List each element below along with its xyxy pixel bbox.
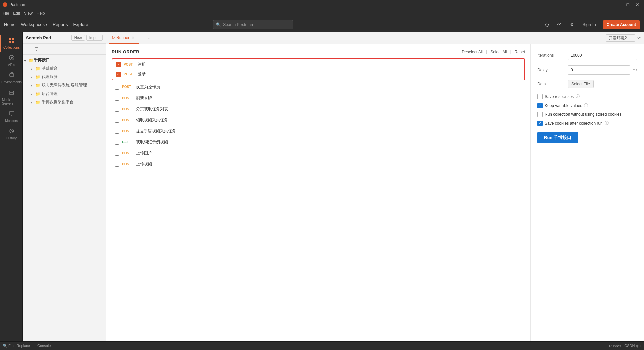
- tree-item-3[interactable]: › 📁 后台管理: [23, 90, 106, 98]
- run-without-cookies-checkbox[interactable]: [537, 112, 543, 117]
- checkbox-7[interactable]: [115, 129, 119, 134]
- nav-explore[interactable]: Explore: [73, 21, 88, 28]
- request-item-7[interactable]: POST 提交手语视频采集任务: [112, 126, 525, 136]
- tab-runner[interactable]: ▷ Runner ✕: [109, 32, 139, 44]
- tree-item-4[interactable]: › 📁 千博数据采集平台: [23, 98, 106, 106]
- env-eye-icon[interactable]: 👁: [637, 36, 641, 40]
- save-responses-checkbox[interactable]: [537, 94, 543, 99]
- checkbox-6[interactable]: [115, 118, 119, 123]
- nav-reports[interactable]: Reports: [53, 21, 68, 28]
- keep-variable-checkbox[interactable]: ✓: [537, 103, 543, 108]
- select-file-button[interactable]: Select File: [568, 80, 594, 88]
- menu-help[interactable]: Help: [37, 11, 45, 16]
- more-options-icon[interactable]: ···: [97, 46, 103, 52]
- svg-point-10: [13, 91, 14, 92]
- delay-label: Delay: [537, 68, 568, 72]
- iterations-input[interactable]: [568, 51, 637, 60]
- create-account-button[interactable]: Create Account: [603, 20, 640, 29]
- method-badge-4: POST: [122, 96, 134, 100]
- tree-item-1[interactable]: › 📁 代理服务: [23, 73, 106, 81]
- csdn-status[interactable]: CSDN ◎+: [624, 344, 641, 348]
- method-badge-7: POST: [122, 129, 134, 133]
- method-badge-6: POST: [122, 118, 134, 122]
- settings-icon[interactable]: ⚙: [568, 21, 576, 29]
- delay-input[interactable]: [568, 65, 630, 75]
- sidebar-item-mock-servers[interactable]: Mock Servers: [0, 87, 22, 108]
- deselect-all-button[interactable]: Deselect All: [462, 50, 483, 54]
- nav-home[interactable]: Home: [4, 21, 16, 28]
- tab-more-button[interactable]: ···: [148, 36, 151, 40]
- runner-panel: RUN ORDER Deselect All | Select All | Re…: [106, 44, 644, 341]
- mock-servers-label: Mock Servers: [2, 98, 21, 105]
- sidebar-item-collections[interactable]: Collections: [0, 35, 22, 52]
- satellite-icon[interactable]: [555, 21, 564, 29]
- sidebar-item-monitors[interactable]: Monitors: [0, 108, 22, 125]
- save-cookies-info-icon[interactable]: ⓘ: [605, 120, 609, 126]
- request-item-4[interactable]: POST 刷新令牌: [112, 93, 525, 103]
- tab-close-runner[interactable]: ✕: [131, 35, 135, 40]
- request-item-5[interactable]: POST 分页获取任务列表: [112, 104, 525, 114]
- run-order-header: RUN ORDER Deselect All | Select All | Re…: [112, 49, 525, 54]
- history-label: History: [6, 136, 17, 140]
- add-tab-button[interactable]: +: [140, 34, 148, 42]
- request-item-2[interactable]: ✓ POST 登录: [113, 69, 524, 79]
- sidebar: Collections APIs Environments Mock Serve…: [0, 32, 23, 341]
- import-button[interactable]: Import: [86, 35, 103, 41]
- checkbox-4[interactable]: [115, 96, 119, 101]
- req-name-8: 获取词汇示例视频: [136, 139, 168, 145]
- checkbox-10[interactable]: [115, 162, 119, 167]
- sync-icon[interactable]: [543, 21, 551, 29]
- nav-workspaces[interactable]: Workspaces ▾: [21, 21, 47, 28]
- run-collection-button[interactable]: Run 千博接口: [537, 132, 578, 143]
- sign-in-button[interactable]: Sign In: [580, 21, 598, 28]
- filter-icon[interactable]: [33, 46, 40, 52]
- keep-variable-info-icon[interactable]: ⓘ: [584, 103, 588, 108]
- menu-edit[interactable]: Edit: [13, 11, 20, 16]
- windows-close-icon[interactable]: ✕: [633, 2, 641, 7]
- keep-variable-label: Keep variable values: [545, 103, 582, 108]
- root-chevron-icon: ▾: [24, 58, 28, 62]
- checkbox-1[interactable]: ✓: [116, 62, 121, 67]
- environment-dropdown[interactable]: 开发环境2: [606, 34, 635, 42]
- console-button[interactable]: ◻ Console: [33, 344, 51, 348]
- environments-label: Environments: [1, 80, 22, 84]
- select-all-button[interactable]: Select All: [490, 50, 507, 54]
- highlighted-requests-group: ✓ POST 注册 ✓ POST 登录: [112, 58, 525, 80]
- menu-file[interactable]: File: [3, 11, 9, 16]
- checkbox-5[interactable]: [115, 107, 119, 112]
- checkbox-2[interactable]: ✓: [116, 72, 121, 77]
- reset-button[interactable]: Reset: [515, 50, 525, 54]
- collections-label: Collections: [3, 46, 20, 49]
- find-replace-button[interactable]: 🔍 Find Replace: [3, 344, 30, 348]
- collection-toolbar: ···: [23, 44, 106, 55]
- collection-root[interactable]: ▾ 📁 千博接口: [23, 56, 106, 64]
- request-item-9[interactable]: POST 上传图片: [112, 148, 525, 158]
- new-button[interactable]: New: [71, 35, 85, 41]
- sidebar-item-history[interactable]: History: [0, 125, 22, 143]
- request-item-1[interactable]: ✓ POST 注册: [113, 60, 524, 69]
- request-item-3[interactable]: POST 设置为操作员: [112, 82, 525, 92]
- save-responses-info-icon[interactable]: ⓘ: [576, 94, 580, 99]
- chevron-icon: ›: [31, 75, 35, 79]
- collection-root-name: 千博接口: [34, 57, 50, 63]
- search-bar[interactable]: 🔍 Search Postman: [213, 20, 293, 29]
- checkbox-9[interactable]: [115, 151, 119, 156]
- sidebar-item-environments[interactable]: Environments: [0, 69, 22, 87]
- sidebar-item-apis[interactable]: APIs: [0, 52, 22, 69]
- tree-item-0[interactable]: › 📁 基础后台: [23, 64, 106, 73]
- save-cookies-checkbox[interactable]: ✓: [537, 121, 543, 126]
- request-item-10[interactable]: POST 上传视频: [112, 159, 525, 169]
- request-item-6[interactable]: POST 领取视频采集任务: [112, 115, 525, 125]
- save-cookies-label: Save cookies after collection run: [545, 121, 603, 126]
- add-collection-icon[interactable]: [25, 46, 32, 52]
- tree-item-2[interactable]: › 📁 双向无障碍系统 客服管理: [23, 81, 106, 90]
- find-replace-icon: 🔍: [3, 344, 7, 348]
- menu-view[interactable]: View: [24, 11, 33, 16]
- folder-icon: 📁: [35, 75, 40, 79]
- iterations-row: Iterations: [537, 51, 637, 60]
- request-item-8[interactable]: GET 获取词汇示例视频: [112, 137, 525, 147]
- runner-status[interactable]: Runner: [609, 344, 621, 348]
- checkbox-3[interactable]: [115, 85, 119, 90]
- checkbox-8[interactable]: [115, 140, 119, 145]
- method-badge-3: POST: [122, 85, 134, 89]
